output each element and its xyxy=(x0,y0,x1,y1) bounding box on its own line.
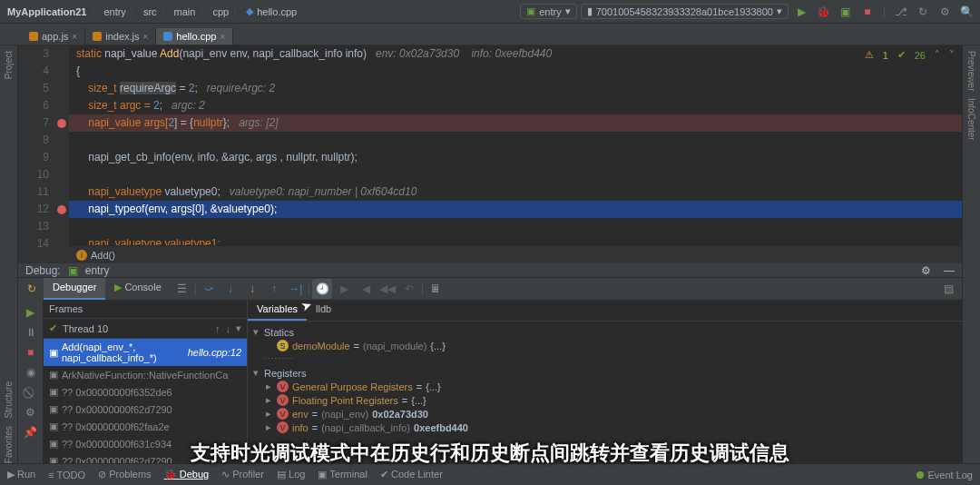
breadcrumbs[interactable]: MyApplication21〉 entry〉 src〉 main〉 cpp〉 … xyxy=(7,5,520,18)
registers-group[interactable]: Registers xyxy=(264,368,306,379)
rewind-button[interactable]: ◀◀ xyxy=(377,279,397,299)
thread-selector[interactable]: Thread 10 xyxy=(63,323,108,334)
step-over-button[interactable]: ⤻ xyxy=(199,279,219,299)
run-to-cursor-button[interactable]: →| xyxy=(286,279,306,299)
console-tab[interactable]: ▶ Console xyxy=(105,278,170,300)
terminal-tool[interactable]: ▣ Terminal xyxy=(318,469,367,480)
code-editor[interactable]: 34567891011121314 ⚠1 ✔26 ˄˅ static napi_… xyxy=(18,45,962,263)
debug-tool[interactable]: 🐞 Debug xyxy=(164,469,209,480)
debug-settings-button[interactable]: ⚙ xyxy=(921,264,931,277)
threads-button[interactable]: ☰ xyxy=(172,279,192,299)
todo-tool[interactable]: ≡ TODO xyxy=(48,470,85,480)
profiler-tool[interactable]: ∿ Profiler xyxy=(221,469,264,480)
var-badge-icon: V xyxy=(277,381,289,392)
debug-config[interactable]: entry xyxy=(85,264,110,277)
code-area[interactable]: ⚠1 ✔26 ˄˅ static napi_value Add(napi_env… xyxy=(69,45,962,263)
project-tool[interactable]: Project xyxy=(4,51,14,79)
mute-breakpoints-button[interactable]: ⃠ xyxy=(24,385,38,400)
debug-toolwindow: Debug: ▣ entry ⚙ — ↻ Debugger ▶ Console … xyxy=(18,263,962,463)
step-out-button[interactable]: ↑ xyxy=(264,279,284,299)
statics-group[interactable]: Statics xyxy=(264,327,294,338)
run-config-label: entry xyxy=(539,6,561,17)
tab-app-js[interactable]: app.js× xyxy=(22,28,85,45)
frame-list[interactable]: ▣ Add(napi_env_*, napi_callback_info_*) … xyxy=(44,339,247,470)
force-step-into-button[interactable]: ↓ xyxy=(242,279,262,299)
close-icon[interactable]: × xyxy=(72,32,77,42)
chevron-down-icon[interactable]: ˅ xyxy=(949,49,955,61)
tab-hello-cpp[interactable]: hello.cpp× xyxy=(156,28,233,45)
variables-tab[interactable]: Variables xyxy=(248,300,307,321)
breakpoint-gutter[interactable] xyxy=(54,45,69,263)
stack-frame[interactable]: ▣ Add(napi_env_*, napi_callback_info_*) … xyxy=(44,339,247,366)
search-button[interactable]: 🔍 xyxy=(960,5,973,18)
crumb-5[interactable]: hello.cpp xyxy=(257,6,297,17)
crumb-4[interactable]: cpp xyxy=(212,6,229,17)
close-icon[interactable]: × xyxy=(220,32,225,42)
collapse-icon[interactable]: ▾ xyxy=(251,326,260,338)
run-config-selector[interactable]: ▣ entry ▾ xyxy=(520,4,576,19)
close-icon[interactable]: × xyxy=(143,32,149,42)
evaluate-button[interactable]: 🖩 xyxy=(426,279,446,299)
settings-button[interactable]: ⚙ xyxy=(938,5,951,18)
tab-index-js[interactable]: index.js× xyxy=(85,28,156,45)
debug-button[interactable]: 🐞 xyxy=(818,5,830,18)
stop-debug-button[interactable]: ■ xyxy=(24,345,38,360)
debug-toolbar: ↻ Debugger ▶ Console ☰ | ⤻ ↓ ↓ ↑ →| | 🕘 … xyxy=(18,277,962,300)
variables-tree[interactable]: ▾Statics S demoModule = (napi_module) {.… xyxy=(248,322,962,438)
resume-button[interactable]: ▶ xyxy=(334,279,354,299)
codelinter-tool[interactable]: ✔ Code Linter xyxy=(380,469,443,480)
crumb-2[interactable]: src xyxy=(143,6,157,17)
previewer-tool[interactable]: Previewer xyxy=(966,51,976,91)
favorites-tool[interactable]: Favorites xyxy=(4,426,14,463)
crumb-0[interactable]: MyApplication21 xyxy=(7,6,86,17)
crumb-file-icon: ◆ xyxy=(246,5,253,17)
sync-button[interactable]: ↻ xyxy=(916,5,929,18)
stack-frame[interactable]: ▣ ArkNativeFunction::NativeFunctionCa xyxy=(44,366,247,383)
run-button[interactable]: ▶ xyxy=(796,5,808,18)
chevron-down-icon: ▾ xyxy=(565,5,571,17)
resume-program-button[interactable]: ▶ xyxy=(24,305,38,320)
git-button[interactable]: ⎇ xyxy=(895,5,907,18)
stack-frame[interactable]: ▣ ?? 0x00000000f6352de6 xyxy=(44,383,247,401)
log-tool[interactable]: ▤ Log xyxy=(277,469,305,480)
time-travel-button[interactable]: 🕘 xyxy=(312,279,332,299)
run-tool[interactable]: ▶ Run xyxy=(7,469,35,480)
chevron-up-icon[interactable]: ˄ xyxy=(935,49,940,61)
lldb-tab[interactable]: lldb xyxy=(307,300,340,321)
problems-tool[interactable]: ⊘ Problems xyxy=(98,469,152,480)
expand-icon[interactable]: ▸ xyxy=(264,408,273,420)
stop-button[interactable]: ■ xyxy=(861,5,874,18)
back-button[interactable]: ◀ xyxy=(356,279,376,299)
stack-frame[interactable]: ▣ ?? 0x00000000f62d7290 xyxy=(44,401,247,418)
layout-button[interactable]: ▤ xyxy=(938,279,958,299)
coverage-button[interactable]: ▣ xyxy=(839,5,852,18)
line-gutter: 34567891011121314 xyxy=(18,45,54,263)
crumb-3[interactable]: main xyxy=(174,6,196,17)
view-breakpoints-button[interactable]: ◉ xyxy=(24,365,38,380)
restart-frame-button[interactable]: ↻ xyxy=(22,279,42,299)
settings-debug-button[interactable]: ⚙ xyxy=(24,405,38,420)
inspection-indicator[interactable]: ⚠1 ✔26 ˄˅ xyxy=(865,49,955,61)
structure-tool[interactable]: Structure xyxy=(4,381,14,419)
stack-frame[interactable]: ▣ ?? 0x00000000f62faa2e xyxy=(44,418,247,435)
pin-button[interactable]: 📌 xyxy=(24,425,38,440)
expand-icon[interactable]: ▸ xyxy=(264,421,273,433)
next-frame-button[interactable]: ↓ xyxy=(226,323,231,334)
undo-button[interactable]: ↶ xyxy=(399,279,419,299)
device-selector[interactable]: ▮ 7001005458323933328a01bce1933800 ▾ xyxy=(581,4,789,19)
expand-icon[interactable]: ▸ xyxy=(264,381,273,392)
pause-button[interactable]: ⏸ xyxy=(24,325,38,340)
breakpoint-icon[interactable] xyxy=(57,119,66,128)
expand-icon[interactable]: ▸ xyxy=(264,394,273,406)
chevron-down-icon[interactable]: ▾ xyxy=(236,322,241,334)
step-into-button[interactable]: ↓ xyxy=(220,279,240,299)
collapse-icon[interactable]: ▾ xyxy=(251,367,260,379)
stack-frame[interactable]: ▣ ?? 0x00000000f631c934 xyxy=(44,435,247,452)
prev-frame-button[interactable]: ↑ xyxy=(215,323,220,334)
event-log-tool[interactable]: Event Log xyxy=(916,470,973,480)
crumb-1[interactable]: entry xyxy=(103,6,125,17)
hide-button[interactable]: — xyxy=(944,264,955,277)
debugger-tab[interactable]: Debugger xyxy=(44,278,105,300)
breakpoint-icon[interactable] xyxy=(57,205,66,214)
infocenter-tool[interactable]: InfoCenter xyxy=(966,98,976,141)
